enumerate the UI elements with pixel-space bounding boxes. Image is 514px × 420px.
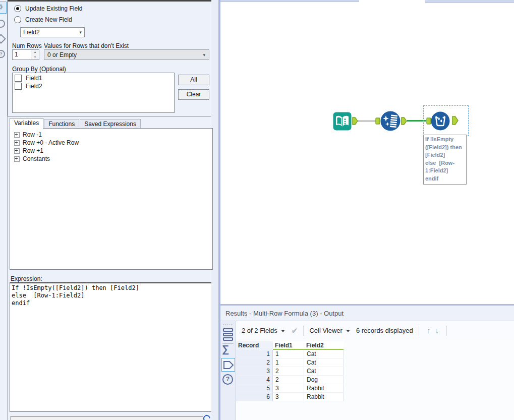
stepper-down-icon[interactable]: ▼ (31, 55, 39, 60)
output-anchor[interactable] (452, 116, 459, 125)
group-by-item-field2[interactable]: Field2 (13, 82, 174, 90)
expand-plus-icon[interactable] (14, 148, 20, 154)
up-arrow-icon[interactable]: ↑ (427, 326, 431, 335)
divider (446, 326, 447, 336)
table-row[interactable]: 3 2 Cat (236, 367, 344, 376)
column-header-field1[interactable]: Field1 (273, 341, 304, 350)
field-select[interactable]: Field2 ▾ (20, 27, 85, 37)
values-for-rows-label: Values for Rows that don't Exist (44, 42, 129, 49)
update-existing-field-radio[interactable]: Update Existing Field (14, 5, 82, 12)
radio-unselected-icon[interactable] (14, 16, 21, 23)
check-icon[interactable]: ✔ (292, 326, 298, 335)
variables-tree[interactable]: Row -1 Row +0 - Active Row Row +1 Consta… (10, 128, 213, 270)
data-cleansing-tool-icon[interactable] (380, 111, 401, 133)
record-cell[interactable]: 4 (236, 376, 273, 384)
group-by-item-field1[interactable]: Field1 (13, 74, 174, 82)
output-message-box (11, 416, 203, 420)
output-anchor[interactable] (401, 117, 407, 125)
text-input-tool-icon[interactable] (333, 112, 352, 132)
chevron-down-icon: ▾ (79, 30, 82, 35)
field1-cell[interactable]: 3 (273, 384, 304, 393)
chevron-down-icon: ▾ (203, 52, 205, 57)
clear-button[interactable]: Clear (178, 89, 209, 100)
checkbox-icon[interactable] (15, 83, 22, 90)
table-row[interactable]: 5 3 Rabbit (236, 384, 344, 393)
table-view-icon[interactable] (223, 328, 233, 342)
connection-wire[interactable] (358, 121, 376, 122)
stepper-up-icon[interactable]: ▲ (31, 50, 39, 55)
stepper-buttons[interactable]: ▲ ▼ (31, 50, 39, 59)
expression-editor[interactable]: If !IsEmpty([Field2]) then [Field2] else… (10, 282, 213, 412)
num-rows-stepper[interactable]: 1 ▲ ▼ (12, 49, 39, 60)
expand-plus-icon[interactable] (14, 132, 20, 138)
field1-cell[interactable]: 1 (273, 350, 304, 358)
chevron-down-icon[interactable] (281, 330, 285, 332)
multi-row-formula-configuration-panel: Update Existing Field Create New Field F… (7, 0, 218, 420)
help-view-icon[interactable]: ? (222, 374, 233, 385)
fields-summary-dropdown[interactable]: 2 of 2 Fields (242, 327, 277, 334)
metadata-view-icon[interactable]: ∑ (222, 343, 229, 355)
expand-plus-icon[interactable] (14, 140, 20, 146)
cell-viewer-dropdown[interactable]: Cell Viewer (309, 327, 342, 334)
values-for-rows-select[interactable]: 0 or Empty ▾ (44, 49, 209, 60)
tab-functions[interactable]: Functions (44, 119, 79, 129)
tree-item-row-minus-1[interactable]: Row -1 (10, 131, 212, 139)
help-icon[interactable]: ? (0, 50, 5, 58)
record-cell[interactable]: 5 (236, 384, 273, 393)
down-arrow-icon[interactable]: ↓ (435, 326, 439, 335)
table-row[interactable]: 1 1 Cat (236, 350, 344, 358)
tab-saved-expressions[interactable]: Saved Expressions (80, 119, 141, 129)
record-cell[interactable]: 6 (236, 393, 273, 401)
tool-annotation[interactable]: If !IsEmpty ([Field2]) then [Field2] els… (423, 135, 467, 185)
create-new-field-radio[interactable]: Create New Field (14, 16, 72, 23)
table-row[interactable]: 6 3 Rabbit (236, 393, 344, 401)
refresh-icon[interactable] (202, 413, 212, 420)
field1-cell[interactable]: 2 (273, 367, 304, 376)
annotation-view-selected[interactable] (221, 358, 235, 372)
field2-cell[interactable]: Rabbit (304, 384, 344, 393)
tree-item-label: Row +0 - Active Row (23, 139, 79, 146)
chevron-down-icon[interactable] (346, 330, 350, 332)
input-anchor[interactable] (375, 117, 380, 125)
checkbox-label: Field2 (26, 83, 42, 90)
results-panel: Results - Multi-Row Formula (3) - Output… (220, 304, 514, 420)
results-title-bar[interactable]: Results - Multi-Row Formula (3) - Output (220, 306, 514, 321)
radio-label: Update Existing Field (25, 5, 82, 12)
record-cell[interactable]: 1 (236, 350, 273, 358)
field2-cell[interactable]: Cat (304, 358, 344, 367)
record-cell[interactable]: 3 (236, 367, 273, 376)
all-button[interactable]: All (178, 75, 209, 85)
gear-icon[interactable]: ⚙ (0, 3, 3, 12)
column-header-field2[interactable]: Field2 (304, 341, 344, 350)
table-row[interactable]: 2 1 Cat (236, 358, 344, 367)
tree-item-row-0-active[interactable]: Row +0 - Active Row (10, 139, 212, 147)
tree-item-row-plus-1[interactable]: Row +1 (10, 147, 212, 155)
results-table[interactable]: Record Field1 Field2 1 1 Cat 2 1 Cat (236, 341, 344, 401)
annotation-tab-icon[interactable] (0, 34, 6, 44)
clock-icon[interactable] (0, 20, 5, 28)
field2-cell[interactable]: Cat (304, 350, 344, 358)
expand-plus-icon[interactable] (14, 156, 20, 162)
record-cell[interactable]: 2 (236, 358, 273, 367)
drag-grip-icon[interactable]: ····· (220, 322, 236, 327)
group-by-listbox[interactable]: Field1 Field2 (12, 73, 175, 113)
tab-variables[interactable]: Variables (10, 118, 43, 129)
field1-cell[interactable]: 1 (273, 358, 304, 367)
radio-selected-icon[interactable] (14, 5, 21, 12)
tree-item-constants[interactable]: Constants (10, 155, 212, 163)
checkbox-icon[interactable] (15, 75, 22, 82)
field2-cell[interactable]: Dog (304, 376, 344, 384)
results-body: ····· ∑ ? 2 of 2 Fields ✔ Cell Viewer (220, 321, 514, 420)
field2-cell[interactable]: Rabbit (304, 393, 344, 401)
field2-cell[interactable]: Cat (304, 367, 344, 376)
workflow-canvas[interactable]: If !IsEmpty ([Field2]) then [Field2] els… (220, 0, 514, 304)
field1-cell[interactable]: 3 (273, 393, 304, 401)
output-anchor[interactable] (352, 117, 358, 125)
table-row[interactable]: 4 2 Dog (236, 376, 344, 384)
multi-row-formula-tool-icon[interactable] (431, 111, 450, 132)
expression-tabs: Variables Functions Saved Expressions (10, 119, 141, 129)
values-for-rows-value: 0 or Empty (47, 51, 77, 58)
tag-icon (223, 360, 234, 370)
column-header-record[interactable]: Record (236, 341, 273, 350)
field1-cell[interactable]: 2 (273, 376, 304, 384)
